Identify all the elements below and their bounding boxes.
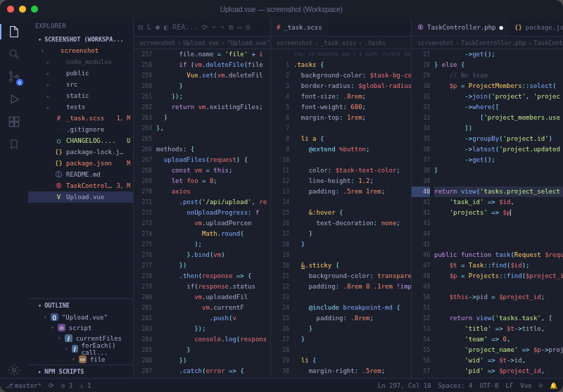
tree-item[interactable]: #_task.scss1, M — [28, 113, 133, 124]
svg-point-1 — [10, 72, 13, 75]
tree-item[interactable]: ▾screenshot — [28, 45, 133, 56]
svg-point-2 — [10, 79, 13, 82]
status-language[interactable]: Vue — [520, 382, 531, 389]
tab-bar: ⧉L●◧REA...⟳↶↷⊞▭⊟ — [134, 18, 270, 37]
status-cursor-pos[interactable]: Ln 297, Col 10 — [378, 382, 431, 389]
breadcrumb[interactable]: screenshot›TaskController.php›TaskContro… — [412, 37, 563, 49]
bookmark-icon[interactable] — [6, 137, 22, 152]
code-editor[interactable]: 1234567891011121314151617181920212223242… — [271, 49, 411, 378]
tree-item[interactable]: ▸public — [28, 68, 133, 79]
editor-tab[interactable]: ⦿TaskController.php● — [412, 18, 509, 37]
scm-badge: 6 — [16, 79, 23, 86]
editor-action-icon[interactable]: ◧ — [164, 23, 168, 31]
breadcrumb[interactable]: screenshot›Upload.vue›"Upload.vue"›scrip… — [134, 37, 270, 49]
code-editor[interactable]: 2572582592602612622632642652662672682692… — [134, 49, 270, 378]
debug-icon[interactable] — [6, 91, 22, 107]
status-encoding[interactable]: UTF-8 — [479, 382, 498, 389]
svg-rect-7 — [15, 122, 19, 127]
outline-item[interactable]: ▾{}"Upload.vue" — [28, 312, 133, 322]
editor-action-icon[interactable]: REA... — [172, 23, 198, 31]
outline-tree: ▾{}"Upload.vue"▾◇script▾ƒcurrentFiles▾ƒf… — [28, 312, 133, 365]
file-tree: ▾screenshot▸node_modules▸public▸src▸stat… — [28, 45, 133, 203]
svg-point-3 — [16, 75, 19, 78]
search-icon[interactable] — [6, 46, 22, 62]
editor-action-icon[interactable]: ● — [156, 23, 160, 31]
source-control-icon[interactable]: 6 — [6, 69, 22, 84]
editor-tab[interactable]: {}package.json — [509, 18, 563, 37]
sidebar: EXPLORER ▾SCREENSHOT (WORKSPA... ▾screen… — [28, 18, 134, 378]
status-feedback-icon[interactable]: ☺ — [539, 382, 543, 389]
status-spaces[interactable]: Spaces: 4 — [438, 382, 473, 389]
editor-pane: ⦿TaskController.php●{}package.json⋯scree… — [412, 18, 563, 378]
code-editor[interactable]: 2728293031323334353637383940414243444546… — [412, 49, 563, 378]
svg-point-0 — [10, 50, 16, 56]
status-sync-icon[interactable]: ⟳ — [49, 382, 54, 389]
extensions-icon[interactable] — [6, 114, 22, 129]
tree-item[interactable]: {}package.jsonM — [28, 158, 133, 169]
explorer-icon[interactable] — [6, 24, 22, 39]
editor-action-icon[interactable]: ⊟ — [246, 23, 250, 31]
svg-rect-4 — [9, 117, 13, 121]
tree-item[interactable]: ▸node_modules — [28, 56, 133, 68]
tree-item[interactable]: ▸src — [28, 79, 133, 90]
tree-item[interactable]: ⓘREADME.md — [28, 169, 133, 180]
svg-rect-5 — [15, 117, 19, 121]
breadcrumb[interactable]: screenshot›_task.scss›.tasks — [271, 37, 411, 49]
npm-scripts-header[interactable]: ▸NPM SCRIPTS — [28, 365, 133, 378]
tab-bar: ⦿TaskController.php●{}package.json⋯ — [412, 18, 563, 37]
tab-bar: #_task.scss — [271, 18, 411, 37]
status-bar: ⎇ master* ⟳ ⊘ 3 ⚠ 1 Ln 297, Col 10 Space… — [0, 378, 563, 392]
editor-action-icon[interactable]: ⧉ — [138, 23, 143, 32]
tree-item[interactable]: VUpload.vue — [28, 191, 133, 203]
editor-tab[interactable]: #_task.scss — [271, 18, 328, 37]
titlebar[interactable]: Upload.vue — screenshot (Workspace) — [0, 0, 563, 18]
tree-item[interactable]: ◦.gitignore — [28, 124, 133, 135]
activity-bar: 6 — [0, 18, 28, 378]
outline-header[interactable]: ▾OUTLINE — [28, 298, 133, 312]
svg-point-8 — [13, 369, 16, 372]
tree-item[interactable]: ▸static — [28, 90, 133, 101]
svg-rect-6 — [9, 122, 13, 127]
tree-item[interactable]: {}package-lock.json — [28, 146, 133, 158]
editor-pane: #_task.scssscreenshot›_task.scss›.tasks1… — [271, 18, 412, 378]
status-errors[interactable]: ⊘ 3 — [61, 382, 72, 389]
editor-action-icon[interactable]: L — [147, 23, 151, 31]
editor-action-icon[interactable]: ⟳ — [202, 23, 208, 31]
editor-action-icon[interactable]: ▭ — [237, 23, 241, 31]
workspace-header[interactable]: ▾SCREENSHOT (WORKSPA... — [28, 34, 133, 45]
outline-item[interactable]: ▾ƒforEach() call... — [28, 343, 133, 354]
outline-item[interactable]: ▾◇script — [28, 322, 133, 333]
settings-gear-icon[interactable] — [6, 362, 22, 378]
status-bell-icon[interactable]: 🔔 — [550, 382, 557, 389]
status-eol[interactable]: LF — [505, 382, 513, 389]
editor-action-icon[interactable]: ↷ — [220, 23, 224, 31]
tree-item[interactable]: ○CHANGELOG....U — [28, 135, 133, 146]
sidebar-title: EXPLORER — [28, 18, 133, 34]
editor-action-icon[interactable]: ⊞ — [229, 23, 233, 31]
tree-item[interactable]: ▸tests — [28, 101, 133, 113]
editor-action-icon[interactable]: ↶ — [212, 23, 216, 31]
tree-item[interactable]: ⦿TaskControll...3, M — [28, 180, 133, 191]
status-branch[interactable]: ⎇ master* — [6, 382, 42, 389]
window-title: Upload.vue — screenshot (Workspace) — [0, 6, 563, 13]
app-window: Upload.vue — screenshot (Workspace) 6 EX… — [0, 0, 563, 392]
editor-group: ⧉L●◧REA...⟳↶↷⊞▭⊟screenshot›Upload.vue›"U… — [134, 18, 563, 378]
status-warnings[interactable]: ⚠ 1 — [80, 382, 91, 389]
editor-pane: ⧉L●◧REA...⟳↶↷⊞▭⊟screenshot›Upload.vue›"U… — [134, 18, 271, 378]
